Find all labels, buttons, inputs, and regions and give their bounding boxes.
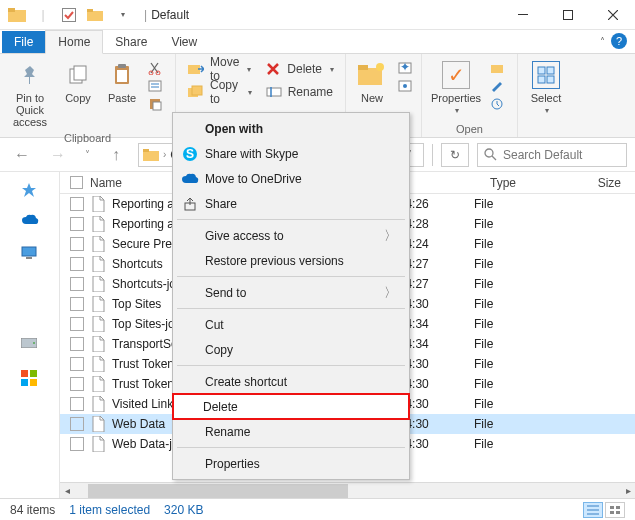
pin-to-quick-access-button[interactable]: Pin to Quick access — [6, 58, 54, 130]
row-checkbox[interactable] — [70, 317, 84, 331]
edit-icon[interactable] — [488, 78, 506, 94]
copy-path-icon[interactable] — [146, 78, 164, 94]
row-checkbox[interactable] — [70, 277, 84, 291]
ctx-open-with[interactable]: Open with — [175, 116, 407, 141]
quick-access-toolbar: | ▾ — [0, 4, 140, 26]
row-checkbox[interactable] — [70, 297, 84, 311]
file-type: File — [474, 437, 554, 451]
drive-icon[interactable] — [21, 338, 39, 356]
move-to-button[interactable]: Move to▾ — [182, 58, 257, 80]
file-icon — [90, 236, 106, 252]
row-checkbox[interactable] — [70, 237, 84, 251]
qat-dropdown-icon[interactable]: ▾ — [112, 4, 134, 26]
open-icon[interactable] — [488, 60, 506, 76]
file-icon — [90, 296, 106, 312]
properties-button[interactable]: ✓ Properties ▾ — [428, 58, 484, 117]
svg-rect-5 — [518, 14, 528, 15]
ctx-properties[interactable]: Properties — [175, 451, 407, 476]
paste-icon — [107, 60, 137, 90]
svg-rect-49 — [71, 177, 83, 189]
new-folder-button[interactable]: New — [352, 58, 392, 106]
cut-icon[interactable] — [146, 60, 164, 76]
selection-size: 320 KB — [164, 503, 203, 517]
tab-file[interactable]: File — [2, 31, 45, 53]
svg-rect-46 — [30, 370, 37, 377]
svg-rect-45 — [21, 370, 28, 377]
tab-home[interactable]: Home — [45, 30, 103, 54]
row-checkbox[interactable] — [70, 357, 84, 371]
row-checkbox[interactable] — [70, 437, 84, 451]
ctx-restore[interactable]: Restore previous versions — [175, 248, 407, 273]
paste-button[interactable]: Paste — [102, 58, 142, 106]
col-size[interactable]: Size — [570, 176, 635, 190]
chevron-right-icon: 〉 — [384, 284, 397, 302]
details-view-button[interactable] — [583, 502, 603, 518]
svg-text:✦: ✦ — [400, 62, 410, 74]
ctx-create-shortcut[interactable]: Create shortcut — [175, 369, 407, 394]
new-item-icon[interactable]: ✦ — [396, 60, 414, 76]
row-checkbox[interactable] — [70, 337, 84, 351]
delete-button[interactable]: Delete▾ — [259, 58, 340, 80]
file-type: File — [474, 317, 554, 331]
tab-share[interactable]: Share — [103, 31, 159, 53]
recent-dropdown[interactable]: ˅ — [80, 142, 94, 168]
title-separator: | — [144, 8, 147, 22]
ctx-rename[interactable]: Rename — [175, 419, 407, 444]
horizontal-scrollbar[interactable]: ◂ ▸ — [60, 482, 635, 498]
ctx-give-access[interactable]: Give access to〉 — [175, 223, 407, 248]
row-checkbox[interactable] — [70, 417, 84, 431]
svg-rect-37 — [143, 151, 159, 161]
folder-small-icon[interactable] — [84, 4, 106, 26]
back-button[interactable]: ← — [8, 142, 36, 168]
ctx-share[interactable]: Share — [175, 191, 407, 216]
onedrive-cloud-icon[interactable] — [21, 214, 39, 232]
checkbox-icon[interactable] — [58, 4, 80, 26]
minimize-button[interactable] — [500, 0, 545, 30]
row-checkbox[interactable] — [70, 377, 84, 391]
copy-button[interactable]: Copy — [58, 58, 98, 106]
this-pc-icon[interactable] — [21, 246, 39, 264]
select-button[interactable]: Select ▾ — [524, 58, 568, 117]
row-checkbox[interactable] — [70, 397, 84, 411]
svg-rect-6 — [563, 10, 572, 19]
ctx-cut[interactable]: Cut — [175, 312, 407, 337]
ctx-skype[interactable]: SShare with Skype — [175, 141, 407, 166]
refresh-button[interactable]: ↻ — [441, 143, 469, 167]
svg-rect-8 — [74, 66, 86, 80]
up-button[interactable]: ↑ — [102, 142, 130, 168]
ctx-onedrive[interactable]: Move to OneDrive — [175, 166, 407, 191]
file-type: File — [474, 237, 554, 251]
row-checkbox[interactable] — [70, 197, 84, 211]
windows-icon[interactable] — [21, 370, 39, 388]
search-box[interactable]: Search Default — [477, 143, 627, 167]
collapse-ribbon-icon[interactable]: ˄ — [600, 36, 605, 47]
onedrive-icon — [181, 170, 199, 188]
scrollbar-thumb[interactable] — [88, 484, 348, 498]
forward-button[interactable]: → — [44, 142, 72, 168]
scroll-right-icon[interactable]: ▸ — [621, 485, 635, 496]
row-checkbox[interactable] — [70, 217, 84, 231]
icons-view-button[interactable] — [605, 502, 625, 518]
tab-view[interactable]: View — [159, 31, 209, 53]
svg-rect-3 — [87, 11, 103, 21]
ctx-send-to[interactable]: Send to〉 — [175, 280, 407, 305]
rename-button[interactable]: Rename — [260, 81, 339, 103]
file-icon — [90, 276, 106, 292]
checkbox-header[interactable] — [70, 176, 90, 189]
file-icon — [90, 256, 106, 272]
ctx-copy[interactable]: Copy — [175, 337, 407, 362]
close-button[interactable] — [590, 0, 635, 30]
paste-shortcut-icon[interactable] — [146, 96, 164, 112]
col-type[interactable]: Type — [490, 176, 570, 190]
ctx-delete[interactable]: Delete — [173, 394, 409, 419]
view-switcher — [583, 502, 625, 518]
help-icon[interactable]: ? — [611, 33, 627, 49]
row-checkbox[interactable] — [70, 257, 84, 271]
copy-to-button[interactable]: Copy to▾ — [182, 81, 258, 103]
quick-access-star-icon[interactable] — [21, 182, 39, 200]
nav-pane[interactable] — [0, 172, 60, 498]
easy-access-icon[interactable] — [396, 78, 414, 94]
history-icon[interactable] — [488, 96, 506, 112]
scroll-left-icon[interactable]: ◂ — [60, 485, 74, 496]
maximize-button[interactable] — [545, 0, 590, 30]
